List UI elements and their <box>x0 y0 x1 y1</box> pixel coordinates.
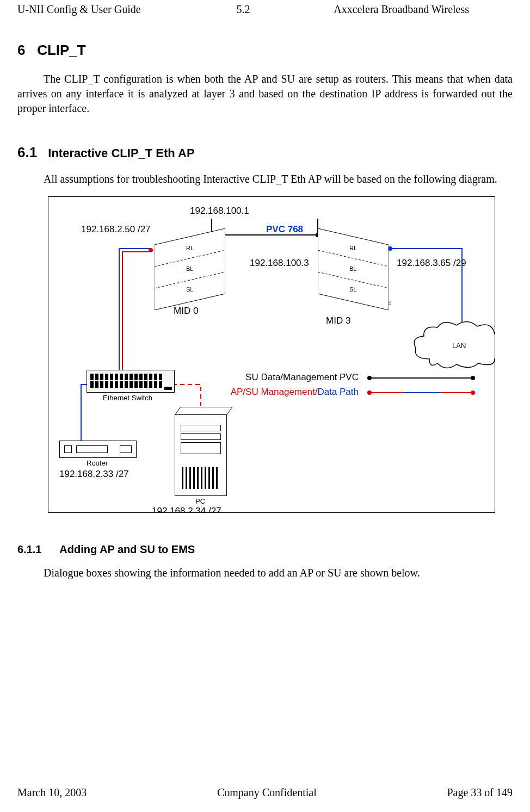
section-6-heading: 6 CLIP_T <box>17 42 513 59</box>
label-pvc: PVC 768 <box>266 224 303 235</box>
network-diagram: 192.168.100.1 192.168.2.50 /27 PVC 768 1… <box>48 196 495 513</box>
diagram-container: 192.168.100.1 192.168.2.50 /27 PVC 768 1… <box>48 196 513 513</box>
section-6-1-title: Interactive CLIP_T Eth AP <box>48 146 194 160</box>
section-6-num: 6 <box>17 42 25 58</box>
router <box>59 441 137 458</box>
label-lan: LAN <box>452 342 466 350</box>
svg-point-7 <box>388 246 392 251</box>
label-ap-eth-ip: 192.168.2.50 /27 <box>81 224 151 235</box>
header-left: U-NII Config & User Guide <box>17 3 168 16</box>
label-switch: Ethernet Switch <box>103 394 152 402</box>
label-router-ip: 192.168.2.33 /27 <box>59 469 129 480</box>
section-6-1-num: 6.1 <box>17 144 37 160</box>
label-su-eth-ip: 192.168.3.65 /29 <box>397 258 466 269</box>
ethernet-switch <box>87 370 175 393</box>
section-6-title: CLIP_T <box>37 42 86 58</box>
label-pc-ip: 192.168.2.34 /27 <box>152 506 221 513</box>
ap-device: RL BL SL <box>155 228 225 294</box>
page-header: U-NII Config & User Guide 5.2 Axxcelera … <box>17 0 513 16</box>
svg-point-12 <box>471 390 475 395</box>
label-su-rl-ip: 192.168.100.3 <box>250 258 309 269</box>
ap-row-rl: RL <box>186 245 194 251</box>
label-pc: PC <box>195 497 205 505</box>
su-device: RL BL SL <box>318 228 389 294</box>
legend-ap-path: AP/SU Management/Data Path <box>231 387 359 398</box>
su-row-rl: RL <box>349 245 357 251</box>
footer-right: Page 33 of 149 <box>447 786 513 799</box>
header-center: 5.2 <box>168 3 319 16</box>
header-right: Axxcelera Broadband Wireless <box>318 3 513 16</box>
su-row-sl: SL <box>349 286 356 293</box>
footer-left: March 10, 2003 <box>17 786 87 799</box>
page-footer: March 10, 2003 Company Confidential Page… <box>17 786 513 799</box>
svg-point-9 <box>367 376 372 380</box>
section-6-1-1-title: Adding AP and SU to EMS <box>59 543 195 555</box>
section-6-1-1-para: Dialogue boxes showing the information n… <box>17 566 513 580</box>
label-router: Router <box>87 459 108 467</box>
section-6-1-1-heading: 6.1.1 Adding AP and SU to EMS <box>17 543 513 556</box>
ap-row-sl: SL <box>186 286 193 293</box>
section-6-1-heading: 6.1 Interactive CLIP_T Eth AP <box>17 144 513 161</box>
pc-tower <box>175 414 227 496</box>
svg-point-11 <box>367 390 372 395</box>
ap-row-bl: BL <box>186 265 193 272</box>
section-6-1-1-num: 6.1.1 <box>17 543 41 555</box>
svg-point-2 <box>149 248 153 252</box>
label-mid-su: MID 3 <box>326 315 350 326</box>
legend-ap-red: AP/SU Management/ <box>231 387 318 397</box>
section-6-para: The CLIP_T configuration is when both th… <box>17 72 513 116</box>
section-6-1-para: All assumptions for troubleshooting Inte… <box>17 172 513 187</box>
legend-su-pvc: SU Data/Management PVC <box>245 372 359 383</box>
label-ap-rl-ip: 192.168.100.1 <box>190 206 249 216</box>
su-row-bl: BL <box>349 265 356 272</box>
svg-point-10 <box>471 376 475 380</box>
legend-ap-blue: Data Path <box>317 387 359 397</box>
footer-center: Company Confidential <box>217 786 317 799</box>
lan-cloud: LAN <box>413 321 495 370</box>
page: U-NII Config & User Guide 5.2 Axxcelera … <box>0 0 530 812</box>
